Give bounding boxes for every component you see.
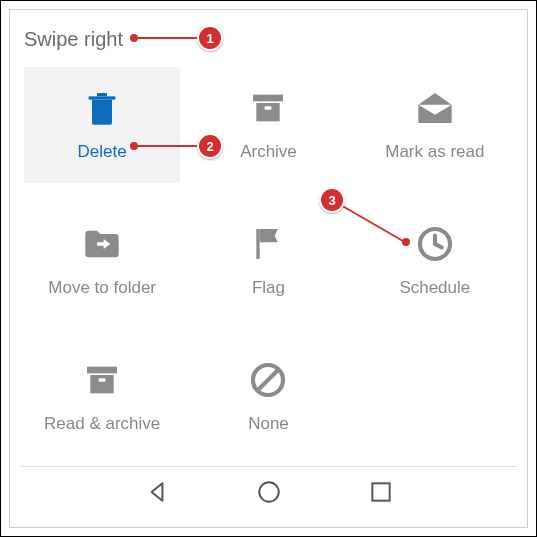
option-mark-as-read[interactable]: Mark as read — [357, 67, 513, 183]
android-navbar — [10, 471, 527, 517]
annotation-badge-1: 1 — [197, 25, 223, 51]
none-icon — [248, 360, 288, 400]
option-read-archive[interactable]: Read & archive — [24, 339, 180, 455]
option-label: Schedule — [399, 278, 470, 298]
annotation-badge-2: 2 — [197, 133, 223, 159]
option-none[interactable]: None — [190, 339, 346, 455]
annotation-line — [134, 37, 198, 39]
option-label: Move to folder — [48, 278, 156, 298]
divider — [20, 466, 517, 467]
back-icon[interactable] — [144, 479, 170, 509]
swipe-options-grid: Delete Archive Mark as read Move to fold… — [10, 61, 527, 455]
trash-icon — [82, 88, 122, 128]
option-archive[interactable]: Archive — [190, 67, 346, 183]
page-title: Swipe right — [10, 10, 527, 61]
option-move-to-folder[interactable]: Move to folder — [24, 203, 180, 319]
flag-icon — [248, 224, 288, 264]
option-label: Mark as read — [385, 142, 484, 162]
annotation-line — [134, 145, 198, 147]
clock-icon — [415, 224, 455, 264]
option-label: Flag — [252, 278, 285, 298]
annotation-badge-3: 3 — [319, 187, 345, 213]
option-label: Delete — [78, 142, 127, 162]
option-flag[interactable]: Flag — [190, 203, 346, 319]
option-label: None — [248, 414, 289, 434]
mail-open-icon — [415, 88, 455, 128]
option-label: Read & archive — [44, 414, 160, 434]
option-schedule[interactable]: Schedule — [357, 203, 513, 319]
folder-move-icon — [82, 224, 122, 264]
svg-rect-6 — [372, 483, 389, 500]
recent-icon[interactable] — [368, 479, 394, 509]
svg-line-4 — [258, 370, 278, 390]
option-delete[interactable]: Delete — [24, 67, 180, 183]
option-label: Archive — [240, 142, 297, 162]
svg-point-5 — [259, 482, 279, 502]
home-icon[interactable] — [256, 479, 282, 509]
svg-rect-0 — [265, 106, 272, 109]
svg-rect-2 — [99, 378, 106, 381]
archive-icon — [82, 360, 122, 400]
archive-icon — [248, 88, 288, 128]
